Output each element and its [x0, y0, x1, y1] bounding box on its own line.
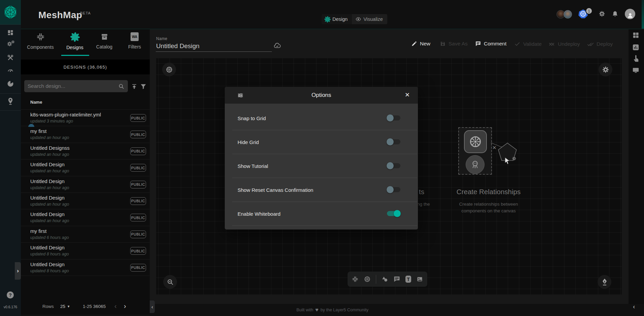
canvas-collapse-right[interactable]: ‹ [633, 303, 635, 310]
pencil-icon [411, 41, 417, 47]
search-input[interactable]: Search design... [24, 80, 128, 92]
filters-wasm-icon: WA [131, 32, 139, 41]
settings-button[interactable] [599, 10, 605, 17]
design-row-10[interactable]: Untitled Designupdated 8 hours agoPUBLIC [21, 259, 150, 276]
mode-switcher: Design Visualize [322, 14, 387, 24]
octopus-icon [470, 159, 480, 170]
toggle-enable-whiteboard[interactable] [387, 211, 400, 216]
visibility-badge: PUBLIC [130, 181, 146, 188]
add-text-button[interactable]: T [405, 276, 411, 283]
action-undeploy[interactable]: Undeploy [548, 41, 580, 47]
cursor-arrow-icon [505, 157, 511, 165]
components-icon [36, 32, 45, 41]
sidebar-tab-components[interactable]: Components [24, 32, 57, 50]
gear-small-icon [11, 40, 15, 44]
page-next-button[interactable]: › [124, 302, 126, 310]
add-k8s-node-button[interactable] [364, 276, 371, 283]
design-row-1[interactable]: k8s-wasm-plugin-ratelimiter.ymlupdated 3… [21, 110, 150, 126]
zoom-out-button[interactable] [163, 275, 177, 289]
visibility-badge: PUBLIC [130, 264, 146, 272]
action-deploy[interactable]: Deploy [587, 41, 613, 47]
toggle-show-reset-confirmation[interactable] [387, 187, 400, 192]
pen-tool-button[interactable] [598, 275, 611, 289]
text-tool-icon: T [407, 277, 410, 282]
help-button[interactable]: ? [7, 291, 14, 299]
action-save-as[interactable]: Save As [440, 41, 468, 47]
rail-item-extensions[interactable] [7, 80, 14, 87]
close-icon[interactable]: ✕ [405, 91, 410, 99]
sidebar-tab-catalog[interactable]: Catalog [93, 32, 115, 49]
tab-design[interactable]: Design [322, 14, 352, 24]
pie-icon [7, 80, 14, 87]
notifications-button[interactable] [612, 10, 618, 17]
design-row-2[interactable]: my firstupdated an hour agoPUBLIC [21, 126, 150, 143]
page-prev-button[interactable]: ‹ [114, 302, 117, 310]
visibility-badge: PUBLIC [130, 164, 146, 172]
dock-display-button[interactable] [632, 66, 640, 74]
k8s-wheel-icon [468, 135, 482, 149]
add-shape-button[interactable] [381, 276, 388, 283]
design-row-6[interactable]: Untitled Designupdated an hour agoPUBLIC [21, 193, 150, 209]
sidebar-tab-designs[interactable]: Designs [62, 32, 87, 50]
design-row-9[interactable]: Untitled Designupdated 8 hours agoPUBLIC [21, 243, 150, 259]
upload-design-button[interactable] [131, 83, 138, 90]
rows-per-page-select[interactable]: 25▾ [60, 304, 70, 309]
relationships-hint-line2: components on the canvas [446, 208, 531, 213]
action-validate[interactable]: Validate [514, 41, 542, 47]
canvas-collapse-left[interactable]: ‹ [150, 301, 155, 313]
collab-avatar-2[interactable] [564, 10, 572, 19]
design-row-8[interactable]: my firstupdated 6 hours agoPUBLIC [21, 226, 150, 243]
sidebar-tab-filters[interactable]: WA Filters [123, 32, 146, 49]
toggle-snap-to-grid[interactable] [387, 115, 400, 120]
option-hide-grid: Hide Grid [232, 130, 417, 154]
relationships-hint-line1: Create relationships between [446, 202, 531, 207]
heart-icon: ♥ [315, 307, 319, 313]
funnel-icon [140, 83, 147, 90]
options-modal-header: Options ✕ [225, 87, 418, 104]
brand-title: MeshMap [38, 10, 82, 21]
tools-icon [7, 54, 14, 61]
design-spiral-icon [324, 16, 331, 23]
design-row-3[interactable]: Untitled Designssupdated an hour agoPUBL… [21, 143, 150, 160]
action-comment[interactable]: Comment [475, 41, 506, 47]
zoom-out-icon [167, 278, 174, 286]
chevron-left-icon: ‹ [151, 304, 153, 310]
design-row-7[interactable]: Untitled Designupdated an hour agoPUBLIC [21, 209, 150, 226]
logo-cell[interactable] [0, 0, 21, 25]
design-name-input[interactable]: Untitled Design [156, 42, 200, 50]
canvas-k8s-button[interactable] [162, 63, 176, 76]
add-comment-button[interactable] [393, 276, 400, 283]
toggle-show-tutorial[interactable] [387, 163, 400, 168]
canvas-settings-button[interactable] [599, 63, 612, 76]
tab-visualize[interactable]: Visualize [352, 14, 387, 24]
dock-components-button[interactable] [632, 31, 640, 39]
hint-meshery-node [466, 155, 485, 174]
bell-icon [612, 10, 618, 17]
designs-icon [70, 32, 80, 42]
double-x-icon [548, 41, 555, 47]
k8s-context-button[interactable]: 1 [578, 9, 589, 20]
hint-k8s-node [464, 130, 487, 153]
rail-item-lifecycle2 [11, 40, 15, 44]
brand-beta-tag: BETA [80, 11, 91, 15]
rail-item-dashboard[interactable] [7, 29, 14, 36]
add-image-button[interactable] [416, 276, 423, 283]
occluded-hint-body-tail: ng the [417, 202, 430, 207]
options-modal: Options ✕ Snap to Grid Hide Grid Show Tu… [225, 87, 418, 230]
dock-chart-button[interactable] [632, 43, 640, 51]
design-row-5[interactable]: Untitled Designupdated an hour agoPUBLIC [21, 176, 150, 193]
profile-button[interactable] [625, 9, 635, 19]
add-component-button[interactable] [352, 276, 359, 283]
sidebar-tab-filters-label: Filters [123, 44, 146, 49]
rail-expander[interactable]: › [15, 262, 21, 280]
rail-item-performance[interactable] [7, 66, 14, 74]
rail-item-toolkit[interactable] [7, 54, 14, 61]
design-row-4[interactable]: Untitled Designupdated an hour agoPUBLIC [21, 160, 150, 176]
visibility-badge: PUBLIC [130, 231, 146, 238]
rail-item-meshmap[interactable] [7, 97, 14, 105]
action-new[interactable]: New [411, 41, 430, 47]
toggle-hide-grid[interactable] [387, 139, 400, 144]
filter-list-button[interactable] [140, 83, 147, 90]
tune-icon [237, 92, 244, 99]
dock-interact-button[interactable] [632, 55, 640, 63]
